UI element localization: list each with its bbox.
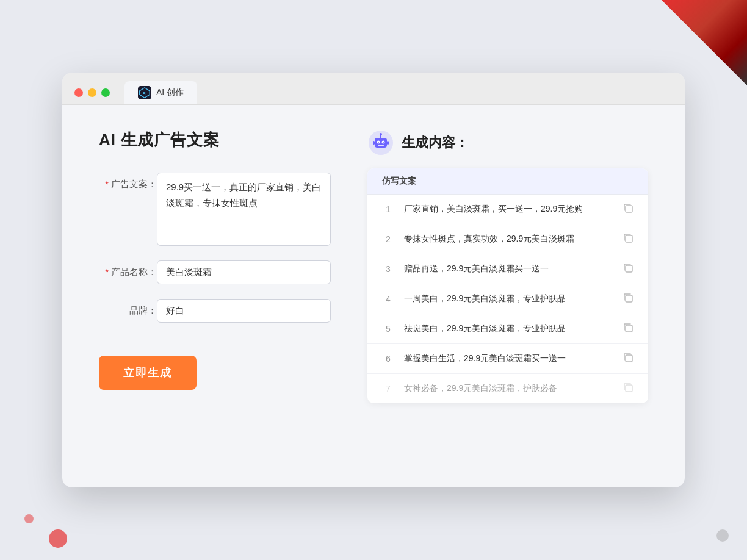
result-row: 4一周美白，29.9元美白淡斑霜，专业护肤品 <box>367 284 648 314</box>
svg-point-7 <box>378 142 379 143</box>
result-text: 一周美白，29.9元美白淡斑霜，专业护肤品 <box>404 293 613 304</box>
result-title: 生成内容： <box>402 134 469 152</box>
close-button[interactable] <box>74 88 83 97</box>
product-name-label: *产品名称： <box>99 260 157 278</box>
copy-icon[interactable] <box>622 203 633 216</box>
svg-rect-4 <box>375 138 387 148</box>
svg-point-11 <box>380 133 382 135</box>
tab-label: AI 创作 <box>156 87 184 98</box>
ad-copy-input[interactable] <box>157 173 331 246</box>
browser-content: AI 生成广告文案 *广告文案： *产品名称： 品牌： 立 <box>62 105 685 440</box>
form-group-product-name: *产品名称： <box>99 260 331 284</box>
minimize-button[interactable] <box>88 88 96 97</box>
result-row: 6掌握美白生活，29.9元美白淡斑霜买一送一 <box>367 344 648 374</box>
generate-button[interactable]: 立即生成 <box>99 356 197 390</box>
result-text: 赠品再送，29.9元美白淡斑霜买一送一 <box>404 264 613 275</box>
svg-rect-14 <box>626 206 632 212</box>
required-star-ad: * <box>105 179 109 189</box>
required-star-product: * <box>105 267 109 277</box>
svg-rect-17 <box>626 295 632 302</box>
svg-rect-18 <box>626 325 632 332</box>
copy-icon[interactable] <box>622 352 633 365</box>
result-num: 6 <box>382 354 394 364</box>
svg-rect-19 <box>626 355 632 362</box>
svg-rect-9 <box>378 145 384 146</box>
result-row: 7女神必备，29.9元美白淡斑霜，护肤必备 <box>367 374 648 403</box>
copy-icon[interactable] <box>622 262 633 276</box>
result-num: 7 <box>382 384 394 393</box>
ad-copy-label: *广告文案： <box>99 173 157 190</box>
copy-icon[interactable] <box>622 292 633 306</box>
copy-icon[interactable] <box>622 322 633 336</box>
result-row: 5祛斑美白，29.9元美白淡斑霜，专业护肤品 <box>367 314 648 344</box>
brand-input[interactable] <box>157 299 331 323</box>
result-num: 3 <box>382 264 394 274</box>
tab-ai-creation[interactable]: AI AI 创作 <box>125 81 197 104</box>
result-text: 祛斑美白，29.9元美白淡斑霜，专业护肤品 <box>404 323 613 334</box>
ai-tab-icon: AI <box>138 86 151 99</box>
result-text: 专抹女性斑点，真实功效，29.9元美白淡斑霜 <box>404 234 613 245</box>
browser-chrome: AI AI 创作 <box>62 73 685 105</box>
left-panel: AI 生成广告文案 *广告文案： *产品名称： 品牌： 立 <box>99 129 331 403</box>
brand-label: 品牌： <box>99 299 157 317</box>
svg-rect-15 <box>626 235 632 242</box>
copy-icon[interactable] <box>622 232 633 246</box>
result-header: 生成内容： <box>367 129 648 156</box>
product-name-input[interactable] <box>157 260 331 284</box>
svg-rect-20 <box>626 385 632 392</box>
corner-decoration-bottom-right <box>716 529 729 542</box>
result-row: 3赠品再送，29.9元美白淡斑霜买一送一 <box>367 254 648 284</box>
corner-decoration-bottom-left <box>49 529 67 548</box>
svg-text:AI: AI <box>143 91 147 95</box>
result-row: 2专抹女性斑点，真实功效，29.9元美白淡斑霜 <box>367 224 648 254</box>
tab-bar: AI AI 创作 <box>125 81 197 104</box>
result-num: 2 <box>382 234 394 244</box>
result-rows: 1厂家直销，美白淡斑霜，买一送一，29.9元抢购 2专抹女性斑点，真实功效，29… <box>367 195 648 403</box>
result-row: 1厂家直销，美白淡斑霜，买一送一，29.9元抢购 <box>367 195 648 224</box>
result-table: 仿写文案 1厂家直销，美白淡斑霜，买一送一，29.9元抢购 2专抹女性斑点，真实… <box>367 168 648 403</box>
result-text: 厂家直销，美白淡斑霜，买一送一，29.9元抢购 <box>404 204 613 215</box>
robot-icon <box>367 129 394 156</box>
result-num: 4 <box>382 294 394 304</box>
result-table-header: 仿写文案 <box>367 168 648 195</box>
svg-rect-16 <box>626 265 632 272</box>
copy-icon[interactable] <box>622 382 633 395</box>
page-title: AI 生成广告文案 <box>99 129 331 151</box>
form-group-brand: 品牌： <box>99 299 331 323</box>
result-text: 掌握美白生活，29.9元美白淡斑霜买一送一 <box>404 353 613 364</box>
browser-window: AI AI 创作 AI 生成广告文案 *广告文案： *产品名称： <box>62 73 685 487</box>
svg-point-8 <box>383 142 384 143</box>
svg-rect-13 <box>387 141 389 145</box>
result-text: 女神必备，29.9元美白淡斑霜，护肤必备 <box>404 383 613 394</box>
corner-decoration-bottom-left-2 <box>24 514 34 523</box>
traffic-lights <box>74 88 110 97</box>
svg-rect-12 <box>373 141 375 145</box>
result-num: 5 <box>382 324 394 334</box>
right-panel: 生成内容： 仿写文案 1厂家直销，美白淡斑霜，买一送一，29.9元抢购 2专抹女… <box>367 129 648 403</box>
result-num: 1 <box>382 204 394 214</box>
maximize-button[interactable] <box>101 88 110 97</box>
form-group-ad-copy: *广告文案： <box>99 173 331 246</box>
